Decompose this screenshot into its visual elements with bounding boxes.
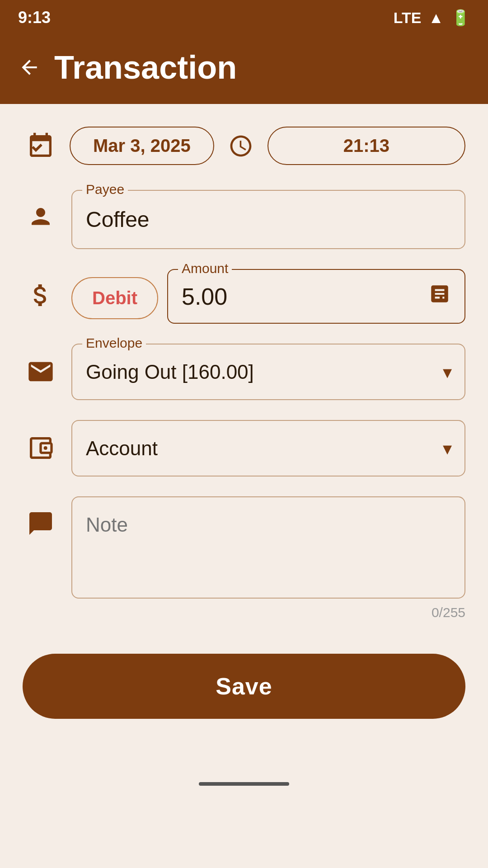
amount-controls: Debit Amount 5.00	[71, 269, 465, 324]
note-field-wrap: 0/255	[71, 496, 465, 620]
note-icon-svg	[27, 510, 54, 537]
svg-point-0	[44, 446, 47, 450]
amount-row: Debit Amount 5.00	[23, 269, 465, 324]
calculator-icon-svg	[428, 283, 451, 305]
home-indicator	[0, 769, 488, 795]
calculator-icon[interactable]	[428, 283, 451, 310]
debit-button[interactable]: Debit	[71, 277, 158, 319]
date-picker-button[interactable]: Mar 3, 2025	[70, 127, 214, 165]
time-picker-button[interactable]: 21:13	[267, 127, 465, 165]
note-input[interactable]	[71, 496, 465, 599]
battery-icon: 🔋	[451, 9, 470, 27]
envelope-icon	[23, 344, 59, 386]
account-icon-svg	[26, 434, 55, 462]
form-content: Mar 3, 2025 21:13 Payee Debit	[0, 104, 488, 741]
header: Transaction	[0, 35, 488, 104]
note-row: 0/255	[23, 496, 465, 620]
envelope-row: Envelope Going Out [160.00]	[23, 344, 465, 400]
signal-icon: ▲	[428, 9, 444, 27]
envelope-label: Envelope	[82, 335, 146, 351]
back-arrow-icon	[18, 56, 41, 79]
clock-icon	[225, 130, 257, 162]
account-select[interactable]: Account	[71, 420, 465, 476]
envelope-field-wrap: Envelope Going Out [160.00]	[71, 344, 465, 400]
calendar-check-icon	[23, 128, 59, 164]
page-title: Transaction	[54, 49, 237, 86]
note-icon	[23, 496, 59, 537]
envelope-select[interactable]: Going Out [160.00]	[71, 344, 465, 400]
status-bar: 9:13 LTE ▲ 🔋	[0, 0, 488, 35]
envelope-icon-svg	[26, 357, 55, 386]
calendar-icon-svg	[26, 132, 55, 160]
account-row: Account	[23, 420, 465, 476]
payee-field-wrap: Payee	[71, 190, 465, 249]
payee-input[interactable]	[71, 190, 465, 249]
back-button[interactable]	[18, 56, 41, 79]
home-bar	[199, 782, 289, 786]
status-time: 9:13	[18, 8, 51, 27]
money-icon	[23, 269, 59, 310]
payee-row: Payee	[23, 190, 465, 249]
amount-label: Amount	[178, 261, 232, 276]
money-icon-svg	[26, 281, 55, 310]
amount-value: 5.00	[182, 283, 227, 310]
clock-icon-svg	[228, 133, 253, 159]
person-icon	[23, 190, 59, 231]
account-icon	[23, 420, 59, 462]
account-field-wrap: Account	[71, 420, 465, 476]
payee-label: Payee	[82, 182, 128, 197]
status-icons: LTE ▲ 🔋	[394, 9, 470, 27]
amount-input-box[interactable]: 5.00	[167, 269, 465, 324]
datetime-row: Mar 3, 2025 21:13	[23, 127, 465, 165]
amount-field-wrap: Amount 5.00	[167, 269, 465, 324]
lte-label: LTE	[394, 9, 422, 27]
person-icon-svg	[27, 203, 54, 231]
save-button[interactable]: Save	[23, 654, 465, 719]
char-count: 0/255	[71, 605, 465, 620]
